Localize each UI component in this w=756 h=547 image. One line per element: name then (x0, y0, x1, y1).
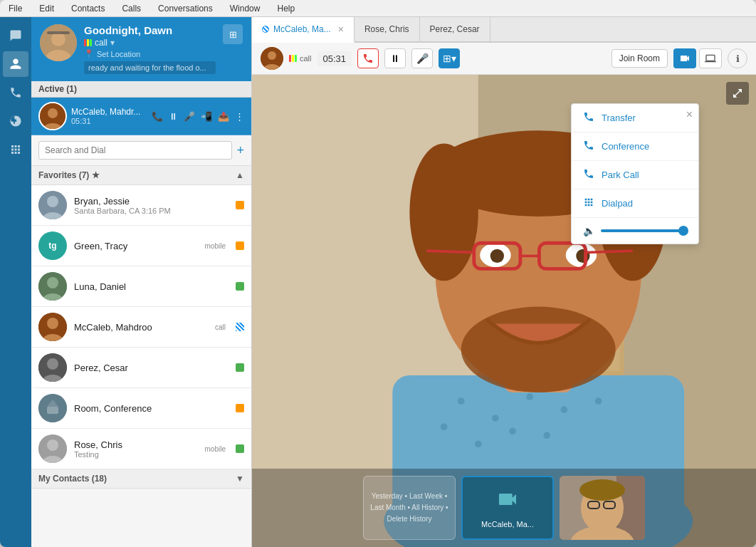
park-menu-item[interactable]: Park Call (572, 161, 698, 189)
svg-point-38 (561, 406, 568, 413)
svg-rect-20 (47, 407, 58, 414)
info-btn[interactable]: ℹ (728, 48, 747, 68)
room-avatar (38, 394, 67, 422)
transfer-label: Transfer (602, 113, 636, 123)
hangup-btn[interactable]: 📞 (152, 111, 163, 122)
svg-point-5 (48, 108, 58, 118)
status-indicator (236, 323, 244, 331)
chat-icon-btn[interactable] (3, 23, 28, 48)
svg-point-17 (47, 358, 58, 370)
mobile-badge: mobile (205, 242, 226, 250)
end-call-btn[interactable] (357, 48, 379, 68)
contact-item[interactable]: Perez, Cesar (31, 348, 251, 388)
my-contacts-collapse-btn[interactable]: ▼ (236, 474, 244, 484)
svg-rect-3 (47, 31, 70, 34)
dialpad-menu-item[interactable]: Dialpad (572, 189, 698, 218)
dropdown-close-btn[interactable]: × (686, 108, 693, 121)
join-room-btn[interactable]: Join Room (611, 49, 668, 68)
contact-details: Luna, Daniel (74, 281, 229, 292)
video-panel: McCaleb, Ma... × Rose, Chris Perez, Cesa… (252, 17, 756, 547)
contact-name: Room, Conference (74, 403, 229, 414)
tab-perez[interactable]: Perez, Cesar (420, 17, 490, 41)
menu-window[interactable]: Window (227, 2, 263, 15)
film-camera-icon (496, 488, 519, 516)
contact-item[interactable]: Rose, Chris Testing mobile (31, 429, 251, 469)
more-options-btn[interactable]: ⊞▾ (439, 48, 460, 68)
transfer-menu-item[interactable]: Transfer (572, 104, 698, 132)
svg-point-52 (490, 249, 504, 263)
call-avatar-small (261, 47, 283, 70)
active-call-card[interactable]: McCaleb, Ma... (461, 476, 554, 540)
contact-item[interactable]: Luna, Daniel (31, 266, 251, 307)
park-label: Park Call (602, 170, 639, 180)
profile-location[interactable]: 📍 Set Location (84, 49, 216, 58)
call-badge: call (215, 323, 226, 331)
menu-conversations[interactable]: Conversations (155, 2, 216, 15)
app-window: File Edit Contacts Calls Conversations W… (0, 0, 756, 547)
contacts-panel: Goodnight, Dawn call ▾ 📍 Set Location (31, 17, 252, 547)
screen-share-btn[interactable] (699, 48, 722, 68)
contact-details: Rose, Chris Testing (74, 439, 198, 459)
profile-info: Goodnight, Dawn call ▾ 📍 Set Location (84, 24, 216, 74)
more-btn[interactable]: ⋮ (235, 111, 244, 122)
favorites-collapse-btn[interactable]: ▲ (236, 170, 244, 180)
menu-file[interactable]: File (6, 2, 25, 15)
contact-details: McCaleb, Mahdroo (74, 322, 208, 333)
contact-item[interactable]: McCaleb, Mahdroo call (31, 307, 251, 348)
menu-calls[interactable]: Calls (119, 2, 144, 15)
tab-status-dot (262, 26, 269, 33)
location-pin-icon: 📍 (84, 49, 94, 58)
volume-slider[interactable] (601, 229, 687, 232)
contact-name: Rose, Chris (74, 439, 198, 450)
perez-avatar (38, 353, 67, 382)
favorites-title: Favorites (7) ★ (38, 170, 100, 180)
svg-point-37 (526, 393, 533, 400)
tab-label: Perez, Cesar (430, 24, 480, 34)
contact-name: Bryan, Jessie (74, 196, 229, 207)
filmstrip: Yesterday • Last Week • Last Month • All… (252, 469, 756, 547)
main-content: Goodnight, Dawn call ▾ 📍 Set Location (0, 17, 756, 547)
profile-grid-button[interactable]: ⊞ (223, 24, 243, 44)
grid-icon-btn[interactable] (3, 137, 28, 162)
svg-line-57 (427, 251, 474, 252)
conference-menu-item[interactable]: Conference (572, 132, 698, 161)
call-actions: 📞 ⏸ 🎤 📲 📤 ⋮ (152, 111, 244, 122)
tab-label: Rose, Chris (364, 24, 409, 34)
add-contact-btn[interactable]: + (236, 143, 244, 158)
mute-btn[interactable]: 🎤 (184, 111, 195, 122)
tab-rose[interactable]: Rose, Chris (355, 17, 420, 41)
volume-thumb[interactable] (678, 226, 688, 236)
active-call-item[interactable]: McCaleb, Mahdr... 05:31 📞 ⏸ 🎤 📲 📤 ⋮ (31, 98, 251, 135)
video-cam-btn[interactable] (673, 48, 696, 68)
expand-btn[interactable] (726, 82, 749, 105)
tab-mccaleb[interactable]: McCaleb, Ma... × (252, 17, 355, 43)
status-indicator (236, 363, 244, 372)
svg-point-47 (409, 143, 478, 281)
contact-item[interactable]: Room, Conference (31, 388, 251, 429)
phone2-btn[interactable]: 📲 (201, 111, 212, 122)
menu-contacts[interactable]: Contacts (68, 2, 107, 15)
tab-close-btn[interactable]: × (338, 24, 344, 35)
menu-help[interactable]: Help (274, 2, 298, 15)
status-indicator (236, 282, 244, 291)
history-card[interactable]: Yesterday • Last Week • Last Month • All… (363, 476, 456, 540)
svg-point-39 (595, 397, 602, 405)
contact-item[interactable]: Bryan, Jessie Santa Barbara, CA 3:16 PM (31, 185, 251, 226)
phone-icon-btn[interactable] (3, 80, 28, 105)
pause-btn[interactable]: ⏸ (169, 111, 178, 122)
mute-call-btn[interactable]: 🎤 (411, 48, 433, 68)
pause-call-btn[interactable]: ⏸ (384, 48, 406, 68)
globe-icon-btn[interactable] (3, 108, 28, 134)
rose-avatar (38, 434, 67, 463)
contact-item[interactable]: tg Green, Tracy mobile (31, 226, 251, 266)
contact-details: Room, Conference (74, 403, 229, 414)
search-input[interactable] (38, 141, 232, 160)
contact-sub: Santa Barbara, CA 3:16 PM (74, 207, 229, 215)
profile-call[interactable]: call ▾ (84, 38, 216, 48)
svg-point-11 (47, 277, 58, 288)
transfer-btn[interactable]: 📤 (218, 111, 229, 122)
contacts-icon-btn[interactable] (3, 51, 28, 77)
svg-point-35 (458, 397, 465, 405)
menu-edit[interactable]: Edit (36, 2, 57, 15)
volume-icon: 🔈 (583, 225, 595, 236)
